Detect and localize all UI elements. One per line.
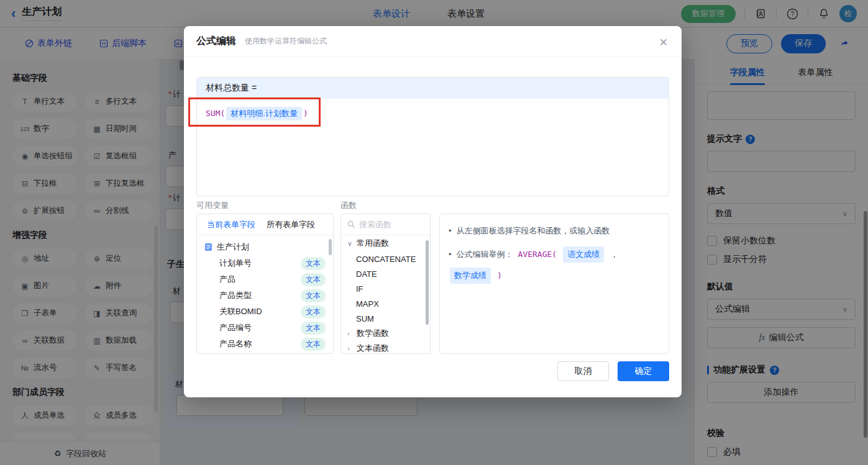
variable-row[interactable]: 产品名称文本 bbox=[197, 336, 333, 352]
bullet: • bbox=[449, 224, 452, 238]
tab-all-form-fields[interactable]: 所有表单字段 bbox=[267, 219, 315, 230]
tab-current-form-fields[interactable]: 当前表单字段 bbox=[207, 219, 255, 230]
variable-row[interactable]: 产品编号文本 bbox=[197, 320, 333, 336]
example-close-paren: ) bbox=[497, 269, 502, 282]
cancel-button[interactable]: 取消 bbox=[557, 361, 609, 381]
variables-root-node[interactable]: 生产计划 bbox=[197, 235, 333, 255]
formula-editor: 材料总数量 = SUM(材料明细.计划数量) bbox=[196, 77, 669, 196]
help-line-1: 从左侧面板选择字段名和函数，或输入函数 bbox=[457, 224, 610, 238]
function-group-common[interactable]: ∨常用函数 bbox=[341, 235, 430, 251]
function-search-input[interactable]: 搜索函数 bbox=[341, 214, 430, 235]
available-variables-label: 可用变量 bbox=[196, 200, 229, 211]
field-type-tag: 文本 bbox=[301, 305, 326, 318]
chevron-right-icon: › bbox=[347, 345, 354, 352]
function-item[interactable]: MAPX bbox=[341, 296, 430, 311]
functions-panel: 搜索函数 ∨常用函数 CONCATENATE DATE IF MAPX SUM … bbox=[340, 214, 431, 354]
functions-scrollbar-thumb[interactable] bbox=[426, 240, 429, 325]
example-comma: ， bbox=[610, 248, 618, 261]
chevron-down-icon: ∨ bbox=[347, 240, 354, 248]
function-item[interactable]: SUM bbox=[341, 311, 430, 326]
variables-scrollbar-thumb[interactable] bbox=[329, 239, 332, 255]
variable-row[interactable]: 计划单号文本 bbox=[197, 255, 333, 271]
field-type-tag: 文本 bbox=[301, 338, 326, 351]
field-type-tag: 文本 bbox=[301, 289, 326, 302]
function-item[interactable]: IF bbox=[341, 281, 430, 296]
help-line-2-prefix: 公式编辑举例： bbox=[457, 248, 513, 261]
variable-row[interactable]: 产品文本 bbox=[197, 271, 333, 287]
search-icon bbox=[347, 220, 355, 228]
function-group-math[interactable]: ›数学函数 bbox=[341, 326, 430, 341]
example-field-chip: 语文成绩 bbox=[563, 246, 604, 263]
function-item[interactable]: DATE bbox=[341, 266, 430, 281]
field-type-tag: 文本 bbox=[301, 322, 326, 335]
variable-row-partial[interactable]: 文本 bbox=[197, 352, 333, 354]
search-placeholder: 搜索函数 bbox=[359, 219, 391, 230]
bullet: • bbox=[449, 248, 452, 261]
field-type-tag: 文本 bbox=[301, 354, 326, 354]
chevron-right-icon: › bbox=[347, 330, 354, 337]
functions-label: 函数 bbox=[340, 200, 357, 211]
function-group-text[interactable]: ›文本函数 bbox=[341, 341, 430, 354]
annotation-highlight-box bbox=[188, 97, 321, 127]
close-icon[interactable]: ✕ bbox=[659, 36, 668, 49]
variable-row[interactable]: 关联BOMID文本 bbox=[197, 304, 333, 320]
function-item[interactable]: CONCATENATE bbox=[341, 251, 430, 266]
modal-subtitle: 使用数学运算符编辑公式 bbox=[245, 36, 327, 47]
formula-target: 材料总数量 = bbox=[197, 78, 669, 99]
confirm-button[interactable]: 确定 bbox=[618, 361, 669, 381]
variables-panel: 当前表单字段 所有表单字段 生产计划 计划单号文本 产品文本 产品类型文本 关联… bbox=[196, 214, 334, 354]
example-field-chip: 数学成绩 bbox=[450, 268, 491, 284]
variable-row[interactable]: 产品类型文本 bbox=[197, 287, 333, 304]
example-function-token: AVERAGE( bbox=[518, 248, 557, 261]
formula-edit-modal: 公式编辑 使用数学运算符编辑公式 ✕ 材料总数量 = SUM(材料明细.计划数量… bbox=[184, 26, 682, 397]
field-type-tag: 文本 bbox=[301, 257, 326, 270]
modal-title: 公式编辑 bbox=[196, 35, 236, 48]
form-doc-icon bbox=[204, 243, 212, 251]
formula-help-panel: • 从左侧面板选择字段名和函数，或输入函数 • 公式编辑举例： AVERAGE(… bbox=[439, 214, 669, 354]
field-type-tag: 文本 bbox=[301, 273, 326, 286]
